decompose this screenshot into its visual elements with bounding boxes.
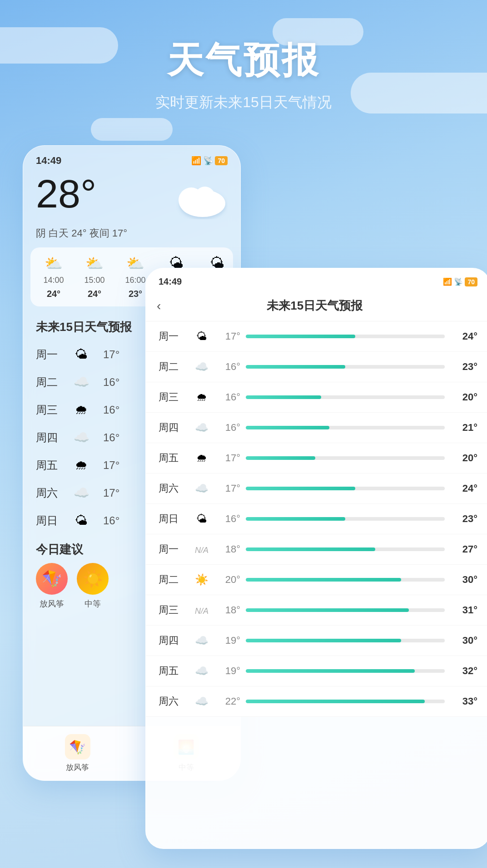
right-low-10: 18°	[213, 604, 240, 616]
right-day-6: 周六	[159, 482, 190, 495]
hour-icon-3: ⛅	[126, 255, 144, 272]
right-forecast-row-4: 周四 ☁️ 16° 21°	[146, 413, 487, 443]
forecast-temp-4: 16°	[103, 431, 119, 444]
right-day-12: 周五	[159, 664, 190, 678]
app-subtitle: 实时更新未来15日天气情况	[0, 93, 487, 113]
right-bar-fill-9	[246, 578, 401, 582]
na-label-10: N/A	[195, 607, 209, 616]
right-icon-5: 🌧	[190, 452, 213, 464]
right-low-7: 16°	[213, 513, 240, 525]
right-day-11: 周四	[159, 634, 190, 647]
right-bar-fill-10	[246, 608, 409, 612]
cloud-icon-large	[164, 178, 228, 219]
wifi-icon: 📡	[203, 156, 213, 166]
forecast-icon-5: 🌧	[72, 458, 90, 473]
right-day-3: 周三	[159, 390, 190, 404]
right-forecast-row-1: 周一 🌤 17° 24°	[146, 321, 487, 352]
right-low-3: 16°	[213, 391, 240, 403]
forecast-day-1: 周一	[36, 347, 63, 362]
right-icon-13: ☁️	[190, 695, 213, 708]
right-bar-9	[246, 578, 445, 582]
right-high-5: 20°	[450, 452, 477, 464]
right-bar-7	[246, 517, 445, 521]
right-forecast-row-10: 周三 N/A 18° 31°	[146, 595, 487, 626]
hour-temp-3: 23°	[129, 289, 142, 299]
suggestion-item-1: 🪁 放风筝	[36, 563, 68, 609]
right-bar-fill-5	[246, 456, 315, 460]
hour-icon-2: ⛅	[85, 255, 104, 272]
right-icon-7: 🌤	[190, 513, 213, 525]
right-low-8: 18°	[213, 543, 240, 555]
left-temperature: 28°	[36, 174, 96, 214]
right-icon-12: ☁️	[190, 665, 213, 677]
right-high-2: 23°	[450, 361, 477, 373]
right-forecast-row-13: 周六 ☁️ 22° 33°	[146, 686, 487, 717]
forecast-icon-4: ☁️	[72, 430, 90, 445]
right-bar-fill-13	[246, 700, 425, 703]
right-high-4: 21°	[450, 422, 477, 434]
right-day-2: 周二	[159, 360, 190, 374]
right-bar-3	[246, 395, 445, 399]
suggestion-item-2: ☀️ 中等	[77, 563, 109, 609]
right-high-1: 24°	[450, 330, 477, 342]
right-battery-badge: 70	[465, 277, 477, 286]
right-high-7: 23°	[450, 513, 477, 525]
forecast-temp-7: 16°	[103, 514, 119, 527]
header-section: 天气预报 实时更新未来15日天气情况	[0, 36, 487, 113]
right-title: 未来15日天气预报	[168, 298, 461, 314]
right-bar-fill-6	[246, 487, 355, 490]
right-bar-13	[246, 700, 445, 703]
right-icon-11: ☁️	[190, 634, 213, 647]
right-high-11: 30°	[450, 635, 477, 646]
right-icon-2: ☁️	[190, 360, 213, 373]
forecast-day-6: 周六	[36, 486, 63, 500]
forecast-day-4: 周四	[36, 430, 63, 445]
app-title: 天气预报	[0, 36, 487, 85]
right-day-7: 周日	[159, 512, 190, 526]
right-icon-3: 🌧	[190, 391, 213, 404]
right-forecast-row-3: 周三 🌧 16° 20°	[146, 382, 487, 413]
nav-item-kite[interactable]: 🪁 放风筝	[65, 734, 90, 773]
right-forecast-row-9: 周二 ☀️ 20° 30°	[146, 565, 487, 595]
right-bar-fill-12	[246, 669, 415, 673]
forecast-icon-2: ☁️	[72, 375, 90, 390]
right-bar-10	[246, 608, 445, 612]
forecast-temp-2: 16°	[103, 376, 119, 389]
right-day-13: 周六	[159, 695, 190, 708]
right-high-8: 27°	[450, 543, 477, 555]
right-high-10: 31°	[450, 604, 477, 616]
battery-badge: 70	[215, 156, 228, 165]
right-bar-11	[246, 639, 445, 642]
right-day-1: 周一	[159, 330, 190, 343]
left-status-icons: 📶 📡 70	[191, 156, 228, 166]
forecast-day-5: 周五	[36, 458, 63, 473]
right-forecast-row-6: 周六 ☁️ 17° 24°	[146, 473, 487, 504]
right-forecast-row-8: 周一 N/A 18° 27°	[146, 534, 487, 565]
right-forecast-row-11: 周四 ☁️ 19° 30°	[146, 626, 487, 656]
right-bar-6	[246, 487, 445, 490]
right-low-1: 17°	[213, 330, 240, 342]
hour-item-2: ⛅ 15:00 24°	[79, 255, 110, 299]
back-button[interactable]: ‹	[157, 299, 161, 313]
right-high-9: 30°	[450, 574, 477, 586]
suggestion-icon-sun: ☀️	[77, 563, 109, 595]
hour-item-1: ⛅ 14:00 24°	[38, 255, 70, 299]
right-forecast-row-5: 周五 🌧 17° 20°	[146, 443, 487, 473]
nav-kite-icon: 🪁	[65, 734, 90, 760]
left-temp-section: 28°	[23, 170, 240, 227]
forecast-temp-1: 17°	[103, 348, 119, 361]
right-bar-fill-1	[246, 335, 355, 338]
right-low-4: 16°	[213, 422, 240, 434]
hour-temp-1: 24°	[47, 289, 60, 299]
right-low-11: 19°	[213, 635, 240, 646]
left-time: 14:49	[36, 155, 61, 167]
right-low-2: 16°	[213, 361, 240, 373]
right-day-8: 周一	[159, 542, 190, 556]
right-status-bar: 14:49 📶 📡 70	[146, 268, 487, 291]
signal-icon: 📶	[191, 156, 201, 166]
right-forecast-row-12: 周五 ☁️ 19° 32°	[146, 656, 487, 686]
right-bar-1	[246, 335, 445, 338]
right-low-9: 20°	[213, 574, 240, 586]
right-icon-6: ☁️	[190, 482, 213, 495]
right-bar-fill-7	[246, 517, 345, 521]
